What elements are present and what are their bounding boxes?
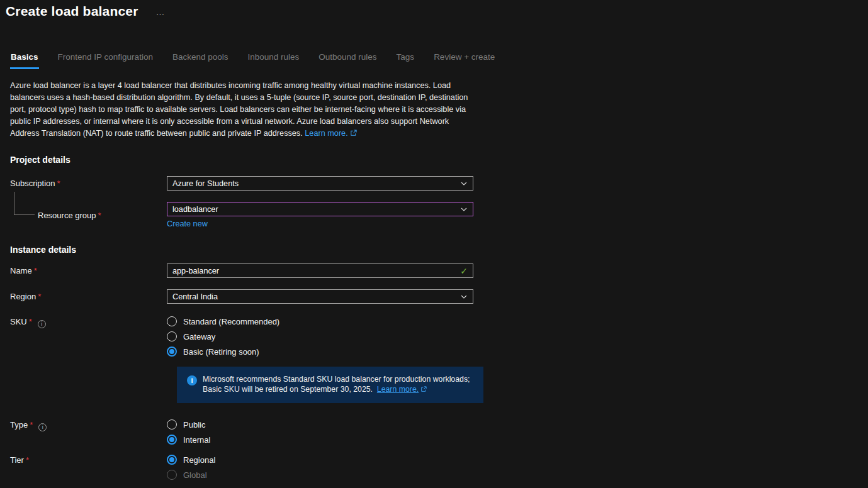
subscription-value: Azure for Students: [172, 179, 460, 188]
learn-more-link[interactable]: Learn more.: [305, 129, 356, 138]
subscription-label: Subscription*: [10, 179, 167, 188]
external-link-icon: [350, 128, 357, 140]
resource-group-value: loadbalancer: [172, 205, 460, 214]
sku-info-banner: i Microsoft recommends Standard SKU load…: [177, 367, 483, 403]
type-label: Type*i: [10, 419, 167, 431]
banner-text: Microsoft recommends Standard SKU load b…: [203, 375, 470, 395]
sku-row: SKU*i Standard (Recommended) Gateway Bas…: [10, 316, 474, 357]
resource-group-dropdown[interactable]: loadbalancer: [167, 202, 473, 216]
radio-circle-icon: [167, 419, 177, 430]
tab-outbound-rules[interactable]: Outbound rules: [318, 52, 377, 69]
external-link-icon: [420, 385, 427, 396]
tab-backend-pools[interactable]: Backend pools: [172, 52, 229, 69]
page-header: Create load balancer …: [0, 0, 868, 19]
region-row: Region* Central India: [10, 289, 474, 304]
name-value: app-balancer: [172, 267, 460, 275]
required-asterisk: *: [26, 455, 29, 465]
sku-radio-group: Standard (Recommended) Gateway Basic (Re…: [167, 316, 473, 357]
required-asterisk: *: [38, 292, 41, 301]
radio-circle-icon: [167, 331, 177, 341]
radio-selected-icon: [167, 455, 177, 465]
tab-basics[interactable]: Basics: [10, 52, 39, 69]
radio-tier-global: Global: [167, 470, 473, 480]
required-asterisk: *: [34, 266, 37, 275]
create-new-link[interactable]: Create new: [167, 219, 208, 228]
type-row: Type*i Public Internal: [10, 419, 474, 445]
radio-selected-icon: [167, 435, 177, 445]
type-radio-group: Public Internal: [167, 419, 473, 445]
valid-check-icon: ✓: [460, 266, 468, 276]
page-title: Create load balancer: [6, 4, 138, 19]
tier-radio-group: Regional Global: [167, 455, 473, 480]
info-icon[interactable]: i: [38, 423, 47, 431]
radio-tier-regional[interactable]: Regional: [167, 455, 473, 465]
info-icon[interactable]: i: [38, 320, 46, 328]
region-label: Region*: [10, 292, 167, 301]
required-asterisk: *: [98, 211, 101, 220]
tier-row: Tier* Regional Global: [10, 455, 474, 480]
tab-inbound-rules[interactable]: Inbound rules: [247, 52, 300, 69]
tier-label: Tier*: [10, 455, 167, 465]
radio-sku-gateway[interactable]: Gateway: [167, 331, 473, 341]
tab-tags[interactable]: Tags: [396, 52, 415, 69]
banner-learn-more-link[interactable]: Learn more.: [377, 385, 427, 394]
name-row: Name* app-balancer ✓: [10, 263, 474, 278]
intro-paragraph: Azure load balancer is a layer 4 load ba…: [10, 80, 476, 140]
region-dropdown[interactable]: Central India: [167, 289, 473, 304]
chevron-down-icon: [460, 206, 468, 213]
more-options-icon[interactable]: …: [156, 8, 166, 16]
radio-selected-icon: [167, 347, 177, 357]
hierarchy-connector: [14, 192, 35, 215]
required-asterisk: *: [29, 317, 32, 326]
create-load-balancer-page: Create load balancer … Basics Frontend I…: [0, 0, 868, 488]
radio-circle-icon: [167, 316, 177, 326]
intro-text: Azure load balancer is a layer 4 load ba…: [10, 81, 468, 138]
resource-group-row: Resource group* loadbalancer Create new: [10, 202, 474, 228]
radio-sku-basic[interactable]: Basic (Retiring soon): [167, 347, 473, 357]
region-value: Central India: [172, 292, 460, 301]
chevron-down-icon: [460, 293, 468, 301]
required-asterisk: *: [30, 420, 33, 430]
project-details-heading: Project details: [10, 155, 868, 165]
instance-details-heading: Instance details: [10, 245, 474, 255]
tab-review-create[interactable]: Review + create: [433, 52, 495, 69]
wizard-tabs: Basics Frontend IP configuration Backend…: [10, 52, 868, 69]
tab-frontend-ip-configuration[interactable]: Frontend IP configuration: [57, 52, 154, 69]
radio-type-internal[interactable]: Internal: [167, 435, 473, 445]
name-input[interactable]: app-balancer ✓: [167, 263, 473, 278]
required-asterisk: *: [57, 179, 60, 188]
info-filled-icon: i: [187, 375, 197, 385]
name-label: Name*: [10, 266, 167, 275]
subscription-dropdown[interactable]: Azure for Students: [167, 176, 473, 191]
sku-label: SKU*i: [10, 316, 167, 328]
chevron-down-icon: [460, 180, 468, 187]
radio-type-public[interactable]: Public: [167, 419, 473, 430]
radio-sku-standard[interactable]: Standard (Recommended): [167, 316, 473, 326]
radio-disabled-icon: [167, 470, 177, 480]
subscription-row: Subscription* Azure for Students: [10, 176, 474, 191]
